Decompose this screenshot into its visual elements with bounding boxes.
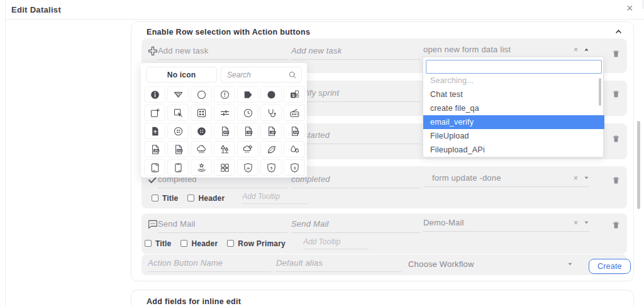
action-name-input[interactable] <box>158 46 287 60</box>
hands-star-icon[interactable] <box>191 159 212 176</box>
svg-text:PPT: PPT <box>224 131 229 133</box>
checkbox-icon <box>227 240 234 247</box>
trees-icon[interactable] <box>214 141 235 157</box>
sharepoint-icon[interactable]: S <box>284 86 305 103</box>
checkbox-icon <box>187 195 194 201</box>
close-icon[interactable]: × <box>626 1 633 15</box>
droplets-icon[interactable] <box>284 141 305 157</box>
action-alias-input[interactable] <box>304 130 421 144</box>
dropdown-option[interactable]: email_verify <box>423 115 604 129</box>
apps-icon[interactable] <box>191 105 212 121</box>
header-checkbox[interactable]: Header <box>187 194 225 203</box>
svg-text:3: 3 <box>293 166 295 169</box>
delete-row-button[interactable] <box>611 49 624 62</box>
clear-icon[interactable]: × <box>574 220 578 226</box>
modal-left-border <box>5 0 6 306</box>
workflow-dropdown-popup: Searching...Chat testcreate file_qaemail… <box>423 57 604 157</box>
icon-search-field <box>221 67 302 82</box>
title-checkbox[interactable]: Title <box>145 239 171 248</box>
workflow-select[interactable]: Demo-Mail × <box>423 218 589 232</box>
caret-down-icon[interactable] <box>584 220 589 225</box>
header-divider <box>5 19 644 20</box>
action-alias-input[interactable] <box>291 46 421 60</box>
no-icon-button[interactable]: No icon <box>146 67 217 82</box>
delete-row-button[interactable] <box>611 220 624 233</box>
action-row-send-mail: Demo-Mail × Title Header Row Primary <box>142 213 627 254</box>
dropdown-option[interactable]: create file_qa <box>423 101 604 115</box>
dropdown-option[interactable]: Chat test <box>423 88 604 101</box>
action-name-input[interactable] <box>158 219 287 233</box>
mobile-code-icon[interactable]: <> <box>167 159 189 176</box>
svg-text:JS: JS <box>246 166 249 169</box>
caret-down-icon[interactable] <box>584 175 589 181</box>
label-icon[interactable] <box>237 86 258 103</box>
alert-circle-icon[interactable] <box>214 86 235 103</box>
tooltip-input[interactable] <box>303 237 369 249</box>
frame-plus-icon[interactable] <box>144 105 165 121</box>
dropdown-searching-label: Searching... <box>423 74 604 88</box>
button-filled-icon[interactable] <box>191 123 212 139</box>
dropdown-search-field <box>426 60 602 74</box>
shield-html5-icon[interactable]: 5 <box>260 159 282 176</box>
action-alias-input[interactable] <box>291 219 421 233</box>
delete-row-button[interactable] <box>611 89 624 102</box>
grid-icon[interactable] <box>214 159 235 176</box>
action-alias-input[interactable] <box>291 88 421 102</box>
stethoscope-icon[interactable] <box>260 105 282 121</box>
tooltip-input[interactable] <box>242 192 308 204</box>
delete-row-button[interactable] <box>611 176 624 188</box>
file-ppt-icon[interactable]: PPT <box>214 123 235 139</box>
checkbox-label: Title <box>162 194 178 203</box>
action-alias-input[interactable] <box>291 174 421 188</box>
workflow-select[interactable]: form update -done × <box>423 173 589 187</box>
modal-scrollbar[interactable] <box>637 121 640 209</box>
file-code-icon[interactable]: <> <box>144 159 165 176</box>
triangle-down-icon[interactable] <box>167 86 189 103</box>
clock-icon[interactable] <box>237 105 258 121</box>
caret-down-icon[interactable] <box>567 261 573 267</box>
header-checkbox[interactable]: Header <box>180 239 218 248</box>
file-doc-icon[interactable]: DOC <box>167 141 189 157</box>
dropdown-scrollbar[interactable] <box>599 78 601 106</box>
checkbox-label: Header <box>191 239 218 248</box>
collapse-chevron-icon[interactable] <box>614 27 623 37</box>
action-button-name-input[interactable] <box>148 258 271 272</box>
checkbox-label: Row Primary <box>238 239 286 248</box>
dropdown-option[interactable]: Fileupload_APi <box>423 143 604 157</box>
file-upload-icon[interactable] <box>144 123 165 139</box>
file-jpg-icon[interactable]: JPG <box>144 141 165 157</box>
dropdown-search-input[interactable] <box>426 60 601 73</box>
choose-workflow-select[interactable]: Choose Workflow <box>408 259 573 269</box>
checkbox-label: Title <box>155 239 171 248</box>
sliders-icon[interactable] <box>214 105 235 121</box>
icon-search-input[interactable] <box>221 71 288 79</box>
delete-row-button[interactable] <box>611 134 624 147</box>
create-button[interactable]: Create <box>589 259 631 274</box>
circle-icon[interactable] <box>191 86 212 103</box>
button-outline-icon[interactable] <box>167 123 189 139</box>
leaf-icon[interactable] <box>260 141 282 157</box>
file-pdf-icon[interactable]: PDF <box>284 123 305 139</box>
svg-text:DOC: DOC <box>177 149 182 152</box>
workflow-dropdown-list: Searching...Chat testcreate file_qaemail… <box>423 74 604 157</box>
dropdown-option[interactable]: FileUpload <box>423 129 604 143</box>
sun-rain-icon[interactable] <box>237 141 258 157</box>
clear-icon[interactable]: × <box>574 47 578 53</box>
shield-css3-icon[interactable]: 3 <box>284 159 305 176</box>
file-zip-icon[interactable]: ZIP <box>260 123 282 139</box>
default-alias-input[interactable] <box>276 258 402 272</box>
cloud-drizzle-icon[interactable] <box>191 141 212 157</box>
radio-icon[interactable] <box>284 105 305 121</box>
dot-icon[interactable] <box>260 86 282 103</box>
clear-icon[interactable]: × <box>574 175 578 181</box>
title-checkbox[interactable]: Title <box>152 194 178 203</box>
shield-js-icon[interactable]: JS <box>237 159 258 176</box>
svg-text:JPG: JPG <box>154 149 158 152</box>
file-txt-icon[interactable]: TXT <box>237 123 258 139</box>
cursor-select-icon[interactable] <box>167 105 189 121</box>
caret-up-icon[interactable] <box>584 47 589 52</box>
row-primary-checkbox[interactable]: Row Primary <box>227 239 286 248</box>
search-icon <box>288 71 297 79</box>
svg-text:<>: <> <box>152 168 155 171</box>
info-icon[interactable] <box>144 86 165 103</box>
